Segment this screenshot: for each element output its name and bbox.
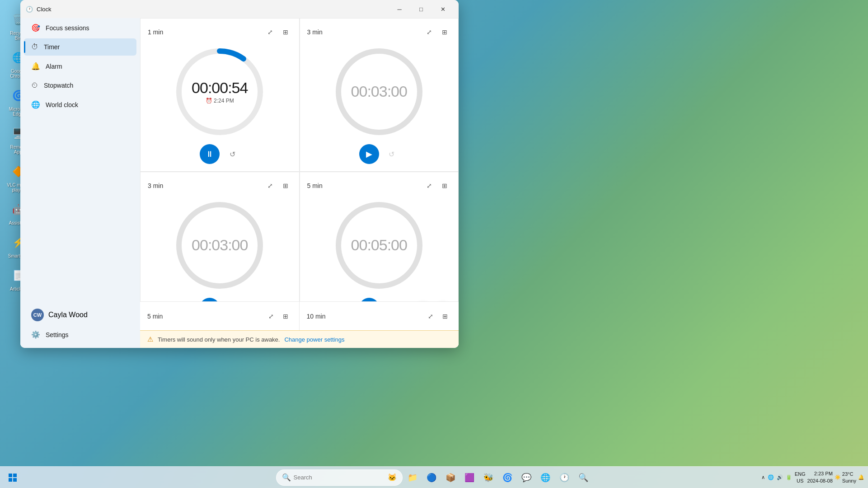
timer-2-fullscreen-icon[interactable]: ⊞ <box>438 26 451 38</box>
taskbar-app3-button[interactable]: 🟪 <box>460 469 479 487</box>
battery-icon[interactable]: 🔋 <box>786 474 792 480</box>
timer-2-label: 3 min <box>307 28 323 36</box>
bottom-timer-5min: 5 min ⤢ ⊞ <box>140 302 300 330</box>
language-indicator[interactable]: ENG US <box>795 471 806 484</box>
timer-2-reset-button[interactable]: ↺ <box>385 147 399 161</box>
notification-icon[interactable]: 🔔 <box>858 474 864 480</box>
start-button[interactable] <box>4 469 22 487</box>
taskbar-search2-button[interactable]: 🔍 <box>574 469 592 487</box>
clock-date: 2024-08-08 <box>807 478 833 484</box>
taskbar-edge-icon: 🌀 <box>502 473 512 483</box>
sidebar-focus-label: Focus sessions <box>46 24 89 32</box>
stopwatch-icon: ⏲ <box>31 81 38 89</box>
taskbar-files-button[interactable]: 📁 <box>404 469 422 487</box>
user-name: Cayla Wood <box>48 311 88 319</box>
alarm-icon: 🔔 <box>31 62 40 70</box>
timer-4-circle: 00:05:00 <box>334 200 424 290</box>
timer-card-2: 3 min ⤢ ⊞ 00:03:00 <box>300 18 459 172</box>
timer-3-display: 00:03:00 <box>192 236 248 254</box>
search-cat-icon: 🐱 <box>388 473 397 482</box>
timer-1-expand-icon[interactable]: ⤢ <box>264 26 277 38</box>
sidebar-item-settings[interactable]: ⚙️ Settings <box>24 326 136 343</box>
maximize-button[interactable]: □ <box>411 2 432 16</box>
warning-icon: ⚠ <box>147 335 153 343</box>
main-content: 1 min ⤢ ⊞ 00:00:54 ⏰ 2:24 P <box>140 18 459 348</box>
sidebar-item-worldclock[interactable]: 🌐 World clock <box>24 96 136 113</box>
taskbar-edge-button[interactable]: 🌀 <box>498 469 516 487</box>
timer-4-label: 5 min <box>307 182 323 189</box>
volume-icon[interactable]: 🔊 <box>777 474 783 480</box>
timer-4-time: 00:05:00 <box>351 236 407 254</box>
timer-1-fullscreen-icon[interactable]: ⊞ <box>279 26 292 38</box>
worldclock-icon: 🌐 <box>31 100 40 109</box>
bottom-timer-5-fullscreen[interactable]: ⊞ <box>279 310 292 323</box>
user-avatar: CW <box>31 309 44 321</box>
app2-icon: 📦 <box>446 473 455 483</box>
timer-2-circle: 00:03:00 <box>334 47 424 136</box>
taskbar: 🔍 🐱 📁 🔵 📦 🟪 🐝 🌀 💬 🌐 🕐 <box>0 466 868 488</box>
teams-icon: 💬 <box>521 473 531 483</box>
taskbar-app2-button[interactable]: 📦 <box>441 469 460 487</box>
bottom-timer-10-fullscreen[interactable]: ⊞ <box>439 310 451 323</box>
timer-2-play-button[interactable]: ▶ <box>359 144 379 164</box>
timer-3-expand-icon[interactable]: ⤢ <box>264 179 277 192</box>
time-display[interactable]: 2:23 PM 2024-08-08 <box>807 470 833 484</box>
timer-3-reset-button[interactable]: ↺ <box>225 300 239 301</box>
timer-4-expand-icon[interactable]: ⤢ <box>423 179 436 192</box>
timer-2-actions: ⤢ ⊞ <box>423 26 451 38</box>
taskbar-clock-icon: 🕐 <box>559 473 569 483</box>
clock-time: 2:23 PM <box>807 470 833 477</box>
weather-info[interactable]: ☀️ 23°C Sunny <box>835 471 856 484</box>
taskbar-teams-button[interactable]: 💬 <box>517 469 535 487</box>
taskbar-chrome-button[interactable]: 🌐 <box>536 469 554 487</box>
timer-4-reset-button[interactable]: ↺ <box>385 300 399 301</box>
taskbar-app4-button[interactable]: 🐝 <box>479 469 497 487</box>
timer-3-label: 3 min <box>148 182 163 189</box>
sidebar-item-alarm[interactable]: 🔔 Alarm <box>24 57 136 75</box>
bottom-timer-10-label: 10 min <box>307 313 326 320</box>
window-title: 🕐 Clock <box>26 6 52 13</box>
app3-icon: 🟪 <box>464 473 474 483</box>
sidebar-timer-label: Timer <box>44 43 60 51</box>
sidebar-item-timer[interactable]: ⏱ Timer <box>24 38 136 56</box>
change-power-link[interactable]: Change power settings <box>284 336 344 343</box>
timer-1-controls: ⏸ ↺ <box>200 144 239 164</box>
close-button[interactable]: ✕ <box>432 2 453 16</box>
network-icon[interactable]: 🌐 <box>768 474 774 480</box>
timer-1-time: 00:00:54 <box>192 79 248 97</box>
weather-temp: 23°C <box>842 471 856 477</box>
timer-1-display: 00:00:54 ⏰ 2:24 PM <box>192 79 248 104</box>
timer-3-fullscreen-icon[interactable]: ⊞ <box>279 179 292 192</box>
svg-rect-8 <box>13 478 17 482</box>
user-item[interactable]: CW Cayla Wood <box>24 305 136 325</box>
warning-text: Timers will sound only when your PC is a… <box>158 336 280 343</box>
bottom-timer-5-expand[interactable]: ⤢ <box>265 310 277 323</box>
timer-4-actions: ⤢ ⊞ <box>423 179 451 192</box>
timer-card-1: 1 min ⤢ ⊞ 00:00:54 ⏰ 2:24 P <box>140 18 300 172</box>
timer-2-time: 00:03:00 <box>351 83 407 100</box>
taskbar-center: 🔍 🐱 📁 🔵 📦 🟪 🐝 🌀 💬 🌐 🕐 <box>276 469 592 487</box>
minimize-button[interactable]: ─ <box>389 2 410 16</box>
timer-3-play-button[interactable]: ▶ <box>200 298 220 301</box>
bottom-timer-10-expand[interactable]: ⤢ <box>424 310 437 323</box>
timer-1-alarm: ⏰ 2:24 PM <box>192 98 248 104</box>
timer-3-actions: ⤢ ⊞ <box>264 179 292 192</box>
clock-window: 🕐 Clock ─ □ ✕ 🎯 Focus sessions ⏱ Timer 🔔… <box>20 0 459 348</box>
timer-card-3: 3 min ⤢ ⊞ 00:03:00 <box>140 172 300 301</box>
timer-1-reset-button[interactable]: ↺ <box>225 147 239 161</box>
timer-4-play-button[interactable]: ▶ <box>359 298 379 301</box>
search-bar[interactable]: 🔍 🐱 <box>276 469 403 486</box>
show-hidden-icon[interactable]: ∧ <box>761 474 765 480</box>
timer-4-fullscreen-icon[interactable]: ⊞ <box>438 179 451 192</box>
sidebar-item-stopwatch[interactable]: ⏲ Stopwatch <box>24 77 136 94</box>
timer-3-time: 00:03:00 <box>192 236 248 254</box>
timer-2-expand-icon[interactable]: ⤢ <box>423 26 436 38</box>
timer-1-pause-button[interactable]: ⏸ <box>200 144 220 164</box>
taskbar-clock-button[interactable]: 🕐 <box>555 469 573 487</box>
window-title-text: Clock <box>37 6 52 13</box>
taskbar-app1-button[interactable]: 🔵 <box>422 469 441 487</box>
sidebar-stopwatch-label: Stopwatch <box>44 82 73 89</box>
sidebar-item-focus[interactable]: 🎯 Focus sessions <box>24 19 136 37</box>
timer-2-header: 3 min ⤢ ⊞ <box>307 26 451 38</box>
search-input[interactable] <box>294 474 385 481</box>
